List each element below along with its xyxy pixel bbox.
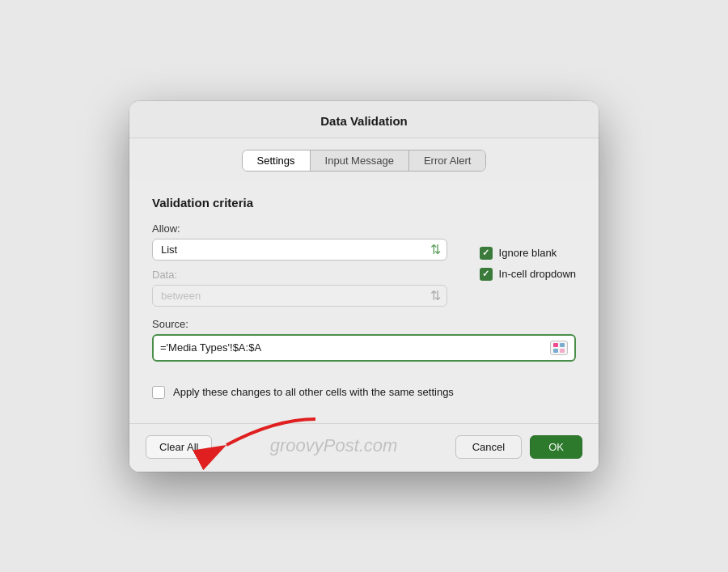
tab-group: Settings Input Message Error Alert [242,150,487,172]
svg-rect-1 [560,343,565,347]
incell-dropdown-row[interactable]: In-cell dropdown [480,268,576,281]
source-section: Source: [152,318,576,362]
title-bar: Data Validation [129,101,599,138]
tab-input-message[interactable]: Input Message [311,150,409,171]
data-select[interactable]: between [152,285,447,307]
incell-dropdown-checkbox[interactable] [480,268,493,281]
footer-center: groovyPost.com [212,435,455,458]
dialog-title: Data Validation [320,114,408,128]
ok-button[interactable]: OK [530,435,582,459]
section-title: Validation criteria [152,196,576,210]
allow-select[interactable]: List [152,239,447,261]
apply-changes-label: Apply these changes to all other cells w… [173,386,454,398]
incell-dropdown-label: In-cell dropdown [499,268,576,280]
clear-all-button[interactable]: Clear All [146,435,212,459]
source-label: Source: [152,318,576,330]
dialog-content: Validation criteria Allow: List ⇅ Data: … [129,180,599,423]
watermark: groovyPost.com [270,435,398,456]
apply-changes-row[interactable]: Apply these changes to all other cells w… [152,386,576,399]
tab-error-alert[interactable]: Error Alert [409,150,486,171]
form-row-allow: Allow: List ⇅ Data: between ⇅ [152,222,576,307]
form-left: Allow: List ⇅ Data: between ⇅ [152,222,447,307]
data-select-wrapper: between ⇅ [152,285,447,307]
allow-label: Allow: [152,222,447,235]
source-input[interactable] [160,341,545,354]
form-right: Ignore blank In-cell dropdown [480,222,576,281]
tab-settings[interactable]: Settings [243,150,311,171]
source-input-wrapper [152,334,576,362]
cancel-button[interactable]: Cancel [455,435,522,459]
data-label: Data: [152,269,447,281]
allow-select-wrapper: List ⇅ [152,239,447,261]
ignore-blank-row[interactable]: Ignore blank [480,247,576,260]
data-validation-dialog: Data Validation Settings Input Message E… [129,101,599,472]
ignore-blank-checkbox[interactable] [480,247,493,260]
svg-rect-2 [553,349,558,353]
apply-changes-checkbox[interactable] [152,386,165,399]
range-select-icon[interactable] [550,341,568,355]
ignore-blank-label: Ignore blank [499,247,557,259]
footer-left: Clear All [146,435,212,459]
svg-rect-0 [553,343,558,347]
svg-rect-3 [560,349,565,353]
dialog-footer: Clear All groovyPost.com Cancel [129,423,599,472]
footer-right: Cancel OK [455,435,582,459]
tab-bar: Settings Input Message Error Alert [129,138,599,180]
